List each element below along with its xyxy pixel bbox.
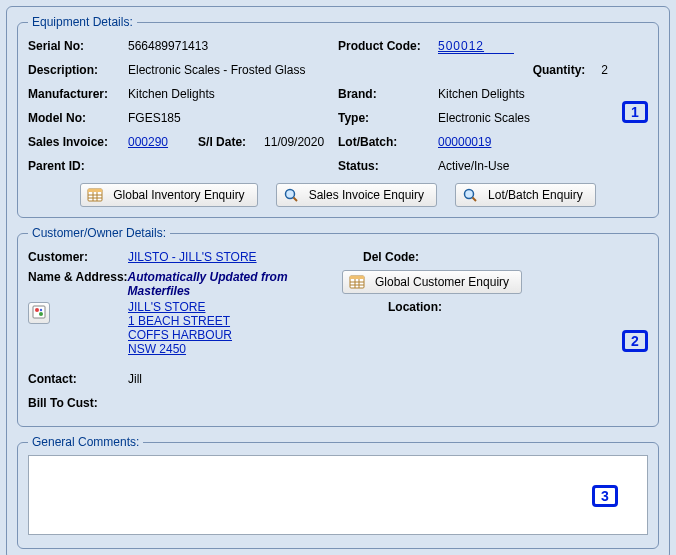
- brand-label: Brand:: [338, 87, 438, 101]
- svg-rect-1: [88, 189, 102, 192]
- main-panel: Equipment Details: Serial No: 5664899714…: [6, 6, 670, 555]
- lot-batch-label: Lot/Batch:: [338, 135, 438, 149]
- svg-point-8: [465, 190, 474, 199]
- bill-to-label: Bill To Cust:: [28, 396, 128, 410]
- edit-address-button[interactable]: [28, 302, 50, 324]
- svg-rect-16: [33, 306, 45, 318]
- si-date-value: 11/09/2020: [264, 135, 324, 149]
- type-value: Electronic Scales: [438, 111, 530, 125]
- global-inventory-enquiry-label: Global Inventory Enquiry: [113, 188, 244, 202]
- comments-legend: General Comments:: [28, 435, 143, 449]
- description-value: Electronic Scales - Frosted Glass: [128, 63, 305, 77]
- address-line-3[interactable]: COFFS HARBOUR: [128, 328, 388, 342]
- sales-invoice-link[interactable]: 000290: [128, 135, 168, 149]
- lot-batch-enquiry-button[interactable]: Lot/Batch Enquiry: [455, 183, 596, 207]
- product-code-link[interactable]: 500012: [438, 39, 514, 54]
- serial-label: Serial No:: [28, 39, 128, 53]
- model-label: Model No:: [28, 111, 128, 125]
- spreadsheet-icon: [87, 187, 103, 203]
- svg-point-18: [39, 312, 43, 316]
- address-line-4[interactable]: NSW 2450: [128, 342, 388, 356]
- parent-id-label: Parent ID:: [28, 159, 128, 173]
- svg-point-6: [285, 190, 294, 199]
- global-inventory-enquiry-button[interactable]: Global Inventory Enquiry: [80, 183, 257, 207]
- status-value: Active/In-Use: [438, 159, 509, 173]
- manufacturer-label: Manufacturer:: [28, 87, 128, 101]
- model-value: FGES185: [128, 111, 181, 125]
- location-label: Location:: [388, 300, 442, 314]
- spreadsheet-icon: [349, 274, 365, 290]
- comments-fieldset: General Comments: 3: [17, 435, 659, 549]
- type-label: Type:: [338, 111, 438, 125]
- sales-invoice-label: Sales Invoice:: [28, 135, 128, 149]
- lot-batch-enquiry-label: Lot/Batch Enquiry: [488, 188, 583, 202]
- contact-value: Jill: [128, 372, 142, 386]
- contact-label: Contact:: [28, 372, 128, 386]
- svg-point-19: [40, 308, 42, 310]
- serial-value: 566489971413: [128, 39, 208, 53]
- customer-link[interactable]: JILSTO - JILL'S STORE: [128, 250, 257, 264]
- callout-1: 1: [622, 101, 648, 123]
- quantity-label: Quantity:: [533, 63, 586, 77]
- si-date-label: S/I Date:: [198, 135, 264, 149]
- sales-invoice-enquiry-button[interactable]: Sales Invoice Enquiry: [276, 183, 437, 207]
- callout-3: 3: [592, 485, 618, 507]
- lot-batch-link[interactable]: 00000019: [438, 135, 491, 149]
- global-customer-enquiry-button[interactable]: Global Customer Enquiry: [342, 270, 522, 294]
- product-code-label: Product Code:: [338, 39, 438, 53]
- magnifier-icon: [283, 187, 299, 203]
- quantity-value: 2: [601, 63, 608, 77]
- magnifier-icon: [462, 187, 478, 203]
- sales-invoice-enquiry-label: Sales Invoice Enquiry: [309, 188, 424, 202]
- customer-fieldset: Customer/Owner Details: Customer: JILSTO…: [17, 226, 659, 427]
- address-line-1[interactable]: JILL'S STORE: [128, 300, 388, 314]
- customer-label: Customer:: [28, 250, 128, 264]
- name-address-label: Name & Address:: [28, 270, 128, 284]
- comments-textarea[interactable]: [28, 455, 648, 535]
- auto-update-message: Automatically Updated from Masterfiles: [128, 270, 338, 298]
- del-code-label: Del Code:: [363, 250, 419, 264]
- global-customer-enquiry-label: Global Customer Enquiry: [375, 275, 509, 289]
- description-label: Description:: [28, 63, 128, 77]
- equipment-fieldset: Equipment Details: Serial No: 5664899714…: [17, 15, 659, 218]
- brand-value: Kitchen Delights: [438, 87, 525, 101]
- svg-line-9: [473, 198, 477, 202]
- equipment-legend: Equipment Details:: [28, 15, 137, 29]
- customer-legend: Customer/Owner Details:: [28, 226, 170, 240]
- svg-rect-11: [350, 276, 364, 279]
- svg-line-7: [293, 198, 297, 202]
- svg-point-17: [35, 308, 39, 312]
- status-label: Status:: [338, 159, 438, 173]
- manufacturer-value: Kitchen Delights: [128, 87, 215, 101]
- address-line-2[interactable]: 1 BEACH STREET: [128, 314, 388, 328]
- callout-2: 2: [622, 330, 648, 352]
- edit-icon: [32, 305, 46, 322]
